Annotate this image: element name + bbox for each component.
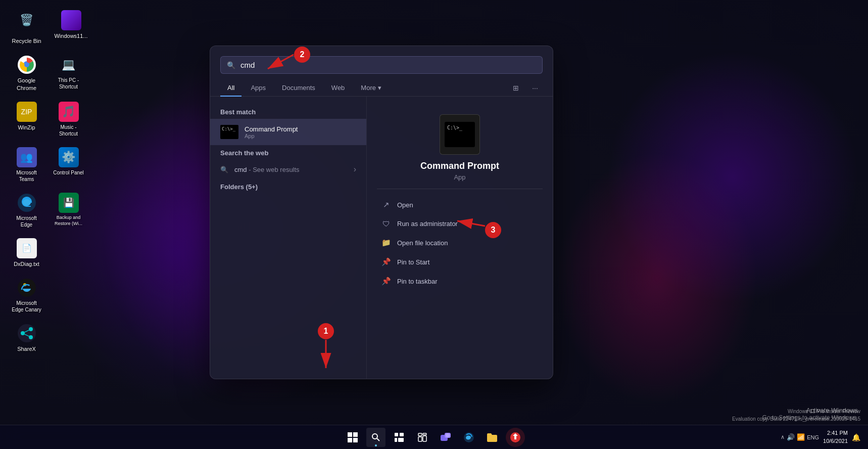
tray-chevron[interactable]: ∧ (781, 434, 785, 440)
recycle-bin-icon: 🗑️ (17, 10, 37, 30)
svg-point-8 (29, 327, 33, 331)
pin-start-icon: 📌 (381, 257, 391, 266)
svg-point-4 (18, 279, 36, 297)
web-search-query: cmd - See web results (234, 166, 300, 173)
taskbar: ∧ 🔊 📶 ENG 2:41 PM 10/6/2021 🔔 (0, 425, 868, 449)
svg-point-9 (29, 335, 33, 339)
desktop-icon-sharex[interactable]: ShareX (8, 321, 45, 355)
search-web-label: Search the web (210, 145, 366, 160)
filter-icon-share[interactable]: ⊞ (508, 80, 523, 96)
edge-canary-icon (17, 278, 37, 298)
svg-point-26 (372, 434, 377, 439)
svg-rect-35 (423, 436, 426, 441)
action-run-admin[interactable]: 🛡 Run as administrator (377, 214, 543, 233)
desktop-icon-control[interactable]: ⚙️ Control Panel (50, 145, 87, 185)
clock-date: 10/6/2021 (823, 437, 848, 445)
search-icon: 🔍 (227, 61, 235, 69)
action-pin-start[interactable]: 📌 Pin to Start (377, 252, 543, 272)
svg-point-38 (446, 433, 450, 437)
action-pin-taskbar-label: Pin to taskbar (397, 278, 438, 285)
svg-rect-25 (353, 438, 358, 442)
desktop-icon-windows11[interactable]: Windows11... (52, 8, 90, 47)
search-bar[interactable]: 🔍 (220, 56, 543, 74)
tab-all[interactable]: All (220, 80, 242, 97)
filter-icon-more[interactable]: ··· (527, 80, 543, 96)
taskbar-ms-store[interactable] (506, 428, 525, 447)
tab-apps[interactable]: Apps (244, 80, 273, 97)
left-panel: Best match C:\>_ Command Prompt App Sear… (210, 97, 367, 379)
right-app-name: Command Prompt (420, 161, 499, 171)
desktop-icon-dxdiag[interactable]: 📄 DxDiag.txt (8, 236, 45, 270)
clock-time: 2:41 PM (823, 429, 848, 437)
tab-more[interactable]: More ▾ (354, 80, 388, 97)
system-tray-icons: ∧ 🔊 📶 ENG (781, 433, 819, 441)
tab-web[interactable]: Web (324, 80, 352, 97)
cmd-result-icon: C:\>_ (220, 123, 238, 141)
desktop-icon-chrome[interactable]: Google Chrome (8, 52, 45, 94)
folders-label: Folders (5+) (210, 179, 366, 194)
chrome-label: Google Chrome (10, 77, 43, 92)
desktop-icon-edge[interactable]: Microsoft Edge (8, 190, 45, 231)
search-content: Best match C:\>_ Command Prompt App Sear… (210, 97, 553, 379)
taskbar-start-button[interactable] (343, 428, 362, 447)
edge-label: Microsoft Edge (10, 215, 43, 228)
web-search-icon: 🔍 (220, 166, 228, 173)
windows11-icon (61, 10, 81, 30)
desktop-icon-music[interactable]: 🎵 Music - Shortcut (50, 99, 87, 140)
tray-volume-icon[interactable]: 📶 (797, 433, 805, 441)
action-open[interactable]: ↗ Open (377, 195, 543, 214)
desktop-icon-edge-canary[interactable]: Microsoft Edge Canary (8, 275, 45, 316)
dxdiag-label: DxDiag.txt (14, 260, 39, 267)
action-pin-taskbar[interactable]: 📌 Pin to taskbar (377, 272, 543, 291)
thispc-label: This PC - Shortcut (52, 77, 85, 90)
dxdiag-icon: 📄 (17, 238, 37, 258)
build-version: Windows 11 Pro Insider Preview (732, 408, 860, 415)
filter-tab-actions: ⊞ ··· (508, 80, 543, 96)
taskbar-widgets[interactable] (413, 428, 432, 447)
result-command-prompt[interactable]: C:\>_ Command Prompt App (210, 119, 366, 145)
activate-subtitle: Go to Settings to activate Windows. (762, 414, 858, 421)
svg-rect-22 (348, 432, 352, 437)
web-search-result[interactable]: 🔍 cmd - See web results › (210, 160, 366, 179)
notification-bell[interactable]: 🔔 (852, 433, 860, 441)
svg-rect-34 (418, 437, 422, 441)
svg-rect-30 (395, 438, 397, 442)
action-run-admin-label: Run as administrator (397, 220, 458, 228)
taskbar-task-view[interactable] (390, 428, 409, 447)
recycle-bin-label: Recycle Bin (12, 37, 41, 44)
taskbar-file-explorer[interactable] (483, 428, 502, 447)
run-admin-icon: 🛡 (381, 219, 391, 228)
tab-documents[interactable]: Documents (275, 80, 322, 97)
svg-rect-28 (395, 433, 398, 436)
web-search-chevron: › (354, 165, 356, 174)
action-open-label: Open (397, 201, 413, 209)
activate-title: Activate Windows (762, 407, 858, 414)
svg-line-27 (377, 438, 379, 441)
search-input[interactable] (240, 61, 536, 69)
control-icon: ⚙️ (59, 147, 79, 167)
cmd-result-title: Command Prompt (245, 125, 298, 133)
taskbar-teams-chat[interactable] (436, 428, 455, 447)
language-indicator[interactable]: ENG (807, 434, 819, 440)
pin-taskbar-icon: 📌 (381, 277, 391, 286)
svg-rect-23 (353, 432, 358, 437)
desktop-icon-winzip[interactable]: ZIP WinZip (8, 99, 45, 140)
search-overlay: 🔍 All Apps Documents Web More ▾ ⊞ ··· Be… (210, 46, 553, 379)
filter-tabs: All Apps Documents Web More ▾ ⊞ ··· (210, 74, 553, 97)
action-file-location[interactable]: 📁 Open file location (377, 233, 543, 252)
right-panel: C:\>_ Command Prompt App ↗ Open 🛡 Run as… (367, 97, 553, 379)
open-icon: ↗ (381, 200, 391, 209)
taskbar-search-button[interactable] (366, 428, 385, 447)
desktop-icon-teams[interactable]: 👥 Microsoft Teams (8, 145, 45, 185)
file-location-icon: 📁 (381, 238, 391, 247)
taskbar-clock[interactable]: 2:41 PM 10/6/2021 (823, 429, 848, 445)
bg-decoration-4 (606, 51, 859, 303)
tray-network-icon[interactable]: 🔊 (787, 433, 795, 441)
desktop-icon-area: 🗑️ Recycle Bin Windows11... (0, 0, 98, 363)
taskbar-right: ∧ 🔊 📶 ENG 2:41 PM 10/6/2021 🔔 (781, 429, 860, 445)
desktop-icon-recycle-bin[interactable]: 🗑️ Recycle Bin (8, 8, 45, 47)
taskbar-edge[interactable] (459, 428, 478, 447)
desktop-icon-backup[interactable]: 💾 Backup and Restore (Wi... (50, 190, 87, 231)
desktop-icon-thispc[interactable]: 💻 This PC - Shortcut (50, 52, 87, 94)
svg-rect-33 (423, 433, 426, 435)
